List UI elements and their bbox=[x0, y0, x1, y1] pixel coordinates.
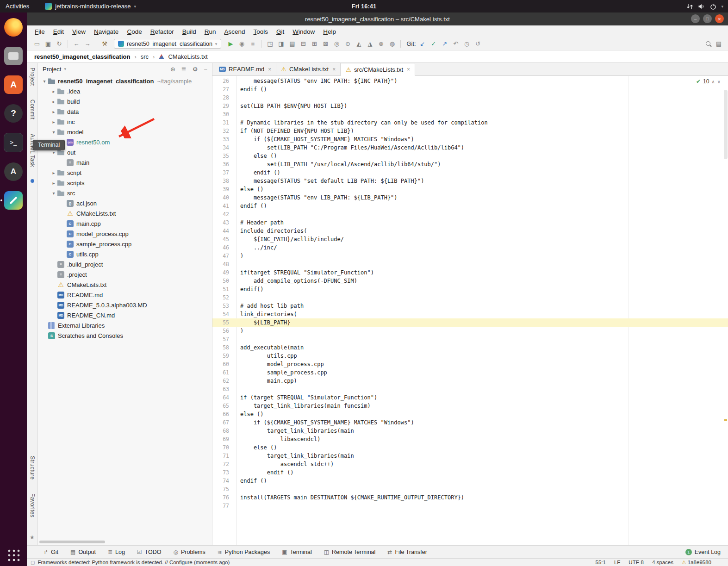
line-number[interactable]: 65 bbox=[212, 403, 236, 409]
line-number[interactable]: 61 bbox=[212, 369, 236, 376]
sync-icon[interactable]: ↻ bbox=[54, 40, 65, 47]
tool-tab-terminal[interactable]: ▣Terminal bbox=[282, 549, 312, 555]
tree-item-cmakelists-txt[interactable]: ⚠CMakeLists.txt bbox=[38, 208, 212, 218]
tool-tab-git[interactable]: ↱Git bbox=[44, 549, 58, 555]
chevron-down-icon[interactable]: ▾ bbox=[50, 130, 57, 135]
tree-item--build-project[interactable]: ≡.build_project bbox=[38, 259, 212, 269]
compare-icon[interactable]: ◮ bbox=[364, 40, 375, 47]
firefox-icon[interactable] bbox=[4, 18, 23, 37]
tree-item-main-cpp[interactable]: Cmain.cpp bbox=[38, 218, 212, 229]
automl-icon[interactable] bbox=[31, 179, 34, 183]
save-all-icon[interactable]: ▣ bbox=[43, 40, 54, 47]
editor-tab-cmakelists-txt[interactable]: ⚠CMakeLists.txt× bbox=[276, 63, 341, 75]
line-number[interactable]: 59 bbox=[212, 353, 236, 359]
line-number[interactable]: 47 bbox=[212, 253, 236, 259]
tool-tab-log[interactable]: ≣Log bbox=[108, 549, 125, 555]
line-number[interactable]: 55 bbox=[212, 319, 236, 326]
help-icon[interactable] bbox=[4, 104, 23, 123]
line-number[interactable]: 38 bbox=[212, 178, 236, 184]
menu-edit[interactable]: Edit bbox=[49, 27, 68, 37]
git-history-icon[interactable]: ◷ bbox=[461, 40, 473, 47]
line-number[interactable]: 28 bbox=[212, 94, 236, 101]
line-number[interactable]: 49 bbox=[212, 269, 236, 276]
tab-close-icon[interactable]: × bbox=[407, 66, 410, 73]
git-rollback-icon[interactable]: ↶ bbox=[450, 40, 461, 47]
next-problem-icon[interactable]: ∨ bbox=[717, 79, 721, 84]
tree-item-utils-cpp[interactable]: Cutils.cpp bbox=[38, 249, 212, 259]
caret-position[interactable]: 55:1 bbox=[596, 560, 606, 565]
prev-problem-icon[interactable]: ∧ bbox=[711, 79, 715, 84]
tree-item-main[interactable]: ≡main bbox=[38, 157, 212, 168]
inspect-icon[interactable]: ⊚ bbox=[375, 40, 386, 47]
tab-close-icon[interactable]: × bbox=[332, 66, 336, 73]
menu-git[interactable]: Git bbox=[272, 27, 288, 37]
line-number[interactable]: 44 bbox=[212, 228, 236, 234]
tree-item--idea[interactable]: ▸.idea bbox=[38, 86, 212, 96]
line-number[interactable]: 27 bbox=[212, 86, 236, 93]
revision-widget[interactable]: ⚠1a8e9580 bbox=[682, 560, 711, 566]
line-number[interactable]: 34 bbox=[212, 144, 236, 151]
chevron-right-icon[interactable]: ▸ bbox=[50, 170, 57, 175]
tree-item-script[interactable]: ▸script bbox=[38, 168, 212, 178]
terminal-icon[interactable] bbox=[4, 133, 23, 152]
menu-navigate[interactable]: Navigate bbox=[90, 27, 123, 37]
line-number[interactable]: 39 bbox=[212, 186, 236, 193]
clean-icon[interactable]: ⊠ bbox=[320, 40, 331, 47]
maximize-button[interactable]: □ bbox=[703, 14, 712, 23]
tool-tab-output[interactable]: ▤Output bbox=[70, 549, 96, 555]
tree-item-sample-process-cpp[interactable]: Csample_process.cpp bbox=[38, 239, 212, 249]
simulator-icon[interactable]: ◭ bbox=[353, 40, 364, 47]
chevron-right-icon[interactable]: ▸ bbox=[50, 119, 57, 124]
show-applications-icon[interactable] bbox=[7, 548, 20, 561]
git-update-icon[interactable]: ↙ bbox=[417, 40, 428, 47]
menu-run[interactable]: Run bbox=[200, 27, 220, 37]
tree-item-external-libraries[interactable]: External Libraries bbox=[38, 320, 212, 330]
forward-icon[interactable]: → bbox=[82, 40, 93, 47]
app-menu[interactable]: jetbrains-mindstudio-release ▾ bbox=[45, 3, 136, 10]
structure-popup-icon[interactable]: ▤ bbox=[713, 40, 724, 47]
line-number[interactable]: 70 bbox=[212, 444, 236, 451]
tree-item--project[interactable]: ≡.project bbox=[38, 269, 212, 280]
line-number[interactable]: 43 bbox=[212, 219, 236, 226]
chevron-down-icon[interactable]: ▾ bbox=[64, 67, 66, 71]
file-manager-icon[interactable] bbox=[4, 47, 23, 65]
line-number[interactable]: 62 bbox=[212, 378, 236, 384]
run-icon[interactable]: ▶ bbox=[225, 40, 236, 47]
chevron-right-icon[interactable]: ▸ bbox=[50, 109, 57, 114]
build-icon[interactable]: ⚒ bbox=[99, 40, 110, 47]
collapse-icon[interactable]: ⊟ bbox=[298, 40, 309, 47]
tree-item-resnet50-imagenet-classification[interactable]: ▾resnet50_imagenet_classification~/tag/s… bbox=[38, 76, 212, 86]
line-ending[interactable]: LF bbox=[614, 560, 620, 565]
menu-ascend[interactable]: Ascend bbox=[220, 27, 249, 37]
tree-item-acl-json[interactable]: {}acl.json bbox=[38, 198, 212, 208]
stripe-item-favorites[interactable]: Favorites bbox=[29, 493, 36, 517]
indent-setting[interactable]: 4 spaces bbox=[652, 560, 673, 565]
app-a-icon[interactable] bbox=[4, 162, 23, 181]
chevron-down-icon[interactable]: ▾ bbox=[41, 79, 48, 84]
tool-tab-problems[interactable]: ◎Problems bbox=[174, 549, 205, 555]
menu-refactor[interactable]: Refactor bbox=[146, 27, 178, 37]
menu-build[interactable]: Build bbox=[178, 27, 200, 37]
run-configuration-select[interactable]: resnet50_imagenet_classification ▾ bbox=[114, 39, 221, 49]
line-number[interactable]: 51 bbox=[212, 286, 236, 292]
tree-item-src[interactable]: ▾src bbox=[38, 188, 212, 198]
line-number[interactable]: 35 bbox=[212, 153, 236, 159]
git-push-icon[interactable]: ↗ bbox=[439, 40, 450, 47]
expand-icon[interactable]: ⊞ bbox=[309, 40, 320, 47]
chevron-down-icon[interactable]: ▾ bbox=[50, 191, 57, 196]
line-number[interactable]: 46 bbox=[212, 244, 236, 251]
vertical-scrollbar[interactable] bbox=[724, 90, 728, 159]
line-number[interactable]: 36 bbox=[212, 161, 236, 168]
event-log-button[interactable]: 1 Event Log bbox=[685, 549, 721, 555]
line-number[interactable]: 69 bbox=[212, 436, 236, 442]
search-everywhere-icon[interactable] bbox=[704, 40, 713, 48]
menu-file[interactable]: File bbox=[31, 27, 49, 37]
line-number[interactable]: 66 bbox=[212, 411, 236, 417]
coverage-icon[interactable]: ◉ bbox=[236, 40, 247, 47]
back-icon[interactable]: ← bbox=[71, 40, 82, 47]
line-number[interactable]: 77 bbox=[212, 503, 236, 509]
tree-item-readme-md[interactable]: MDREADME.md bbox=[38, 290, 212, 300]
hide-icon[interactable]: − bbox=[204, 66, 207, 73]
stripe-item-project[interactable]: Project bbox=[29, 68, 36, 86]
line-number[interactable]: 32 bbox=[212, 128, 236, 134]
